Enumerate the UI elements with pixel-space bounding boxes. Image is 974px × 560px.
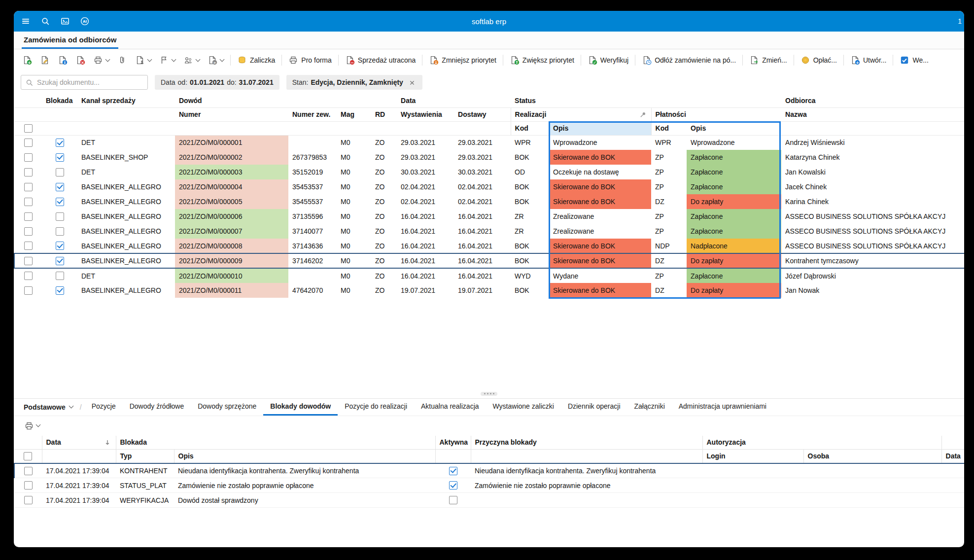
header-realizacji-kod[interactable]: Kod [511,121,549,135]
cell-blokada[interactable] [42,268,77,283]
cell-blokada[interactable] [42,135,77,150]
toolbar-button-people[interactable] [180,53,203,68]
cell-row-select[interactable] [14,478,42,493]
row-select-checkbox[interactable] [24,257,33,265]
header-login[interactable]: Login [702,450,803,463]
row-select-checkbox[interactable] [24,183,33,191]
header-platnosci-opis[interactable]: Opis [687,121,781,135]
toolbar-button-zwiększ-priorytet[interactable]: ↑Zwiększ priorytet [506,53,578,68]
row-select-checkbox[interactable] [24,227,33,236]
row-select-checkbox[interactable] [24,198,33,206]
cell-blokada[interactable] [42,253,77,268]
header-kanal-sprzedazy[interactable]: Kanał sprzedaży [77,94,175,107]
order-row[interactable]: BASELINKER_ALLEGRO2021/ZO/M0/00000937146… [14,253,964,268]
cell-row-select[interactable] [14,463,42,478]
cell-row-select[interactable] [14,179,42,194]
tab-administracja-uprawnieniami[interactable]: Administracja uprawnieniami [672,399,773,416]
row-select-checkbox[interactable] [24,286,33,295]
cell-blokada[interactable] [42,283,77,298]
header-rd[interactable]: RD [371,107,397,121]
block-row[interactable]: 17.04.2021 17:39:04WERYFIKACJADowód zost… [14,493,964,508]
cell-row-select[interactable] [14,224,42,239]
row-select-checkbox[interactable] [24,139,33,147]
cell-aktywna[interactable] [435,493,471,508]
sort-descending-icon[interactable] [103,438,112,447]
menu-icon[interactable] [21,16,31,26]
toolbar-button-doc-delete[interactable]: × [72,53,89,68]
header-data2[interactable]: Data [941,450,964,463]
cell-row-select[interactable] [14,150,42,165]
tab-dowody-źródłowe[interactable]: Dowody źródłowe [123,399,191,416]
toolbar-button-zmniejsz-priorytet[interactable]: ↓Zmniejsz priorytet [425,53,499,68]
row-select-checkbox[interactable] [24,467,33,475]
select-all-checkbox[interactable] [24,124,33,133]
cell-aktywna[interactable] [435,478,471,493]
row-select-checkbox[interactable] [24,496,33,504]
order-row[interactable]: DET2021/ZO/M0/000010M0ZO16.04.202116.04.… [14,268,964,283]
cell-row-select[interactable] [14,253,42,268]
cell-row-select[interactable] [14,283,42,298]
aktywna-checkbox[interactable] [449,467,457,475]
toolbar-button-opłać[interactable]: Opłać... [797,53,840,68]
block-row[interactable]: 17.04.2021 17:39:04STATUS_PLATZamówienie… [14,478,964,493]
header-blocks-blokada[interactable]: Blokada [116,436,435,450]
row-select-checkbox[interactable] [24,212,33,221]
blokada-checkbox[interactable] [56,139,64,147]
header-blocks-data[interactable]: Data [42,436,116,450]
order-row[interactable]: BASELINKER_ALLEGRO2021/ZO/M0/00000637135… [14,209,964,224]
blokada-checkbox[interactable] [56,183,64,191]
toolbar-button-utwór[interactable]: +Utwór... [847,53,890,68]
blokada-checkbox[interactable] [56,272,64,280]
toolbar-button-doc-plus[interactable]: + [19,53,35,68]
toolbar-button-doc-arrow[interactable]: » [204,53,227,68]
pin-icon[interactable] [638,110,647,119]
cell-blokada[interactable] [42,150,77,165]
tab-dowody-sprzężone[interactable]: Dowody sprzężone [191,399,263,416]
header-numer-zew[interactable]: Numer zew. [288,107,337,121]
print-button[interactable] [21,419,43,433]
cell-blokada[interactable] [42,194,77,209]
blokada-checkbox[interactable] [56,257,64,265]
toolbar-button-doc-user[interactable] [132,53,155,68]
header-autoryzacja[interactable]: Autoryzacja [702,436,941,450]
toolbar-button-zaliczka[interactable]: Zaliczka [234,53,278,68]
tab-wystawione-zaliczki[interactable]: Wystawione zaliczki [486,399,561,416]
cell-row-select[interactable] [14,165,42,179]
block-row[interactable]: 17.04.2021 17:39:04KONTRAHENTNieudana id… [14,463,964,478]
toolbar-button-sprzedaż-utracona[interactable]: −Sprzedaż utracona [342,53,419,68]
splitter-handle[interactable] [481,392,497,396]
cell-row-select[interactable] [14,239,42,253]
row-select-checkbox[interactable] [24,272,33,280]
order-row[interactable]: BASELINKER_ALLEGRO2021/ZO/M0/00000435453… [14,179,964,194]
ai-icon[interactable]: AI [80,16,90,26]
cell-blokada[interactable] [42,179,77,194]
tab-pozycje[interactable]: Pozycje [85,399,123,416]
order-row[interactable]: BASELINKER_ALLEGRO2021/ZO/M0/00000737140… [14,224,964,239]
header-platnosci-kod[interactable]: Kod [651,121,687,135]
blocks-select-all-cell[interactable] [14,450,42,463]
toolbar-button-doc-edit[interactable] [36,53,53,68]
tab-zamowienia-od-odbiorcow[interactable]: Zamówienia od odbiorców [22,32,118,49]
header-numer[interactable]: Numer [175,107,288,121]
order-row[interactable]: BASELINKER_ALLEGRO2021/ZO/M0/00000535455… [14,194,964,209]
cell-blokada[interactable] [42,239,77,253]
blokada-checkbox[interactable] [56,153,64,162]
cell-blokada[interactable] [42,209,77,224]
blokada-checkbox[interactable] [56,168,64,176]
toolbar-button-weryfikuj[interactable]: ✓Weryfikuj [584,53,632,68]
row-select-checkbox[interactable] [24,168,33,176]
toolbar-button-doc-info[interactable]: i [54,53,71,68]
select-all-cell[interactable] [14,121,42,135]
order-row[interactable]: DET2021/ZO/M0/000001M0ZO29.03.202129.03.… [14,135,964,150]
header-nazwa[interactable]: Nazwa [781,107,964,121]
close-icon[interactable] [408,78,417,87]
aktywna-checkbox[interactable] [449,481,457,490]
toolbar-button-flag[interactable] [156,53,179,68]
tab-pozycje-do-realizacji[interactable]: Pozycje do realizacji [338,399,414,416]
row-select-checkbox[interactable] [24,481,33,490]
toolbar-button-odłóż-zamówienie-na-pó[interactable]: Odłóż zamówienie na pó... [638,53,739,68]
toolbar-button-zmień[interactable]: Zmień... [746,53,791,68]
cell-row-select[interactable] [14,209,42,224]
aktywna-checkbox[interactable] [449,496,457,504]
toolbar-button-pro-forma[interactable]: Pro forma [285,53,335,68]
